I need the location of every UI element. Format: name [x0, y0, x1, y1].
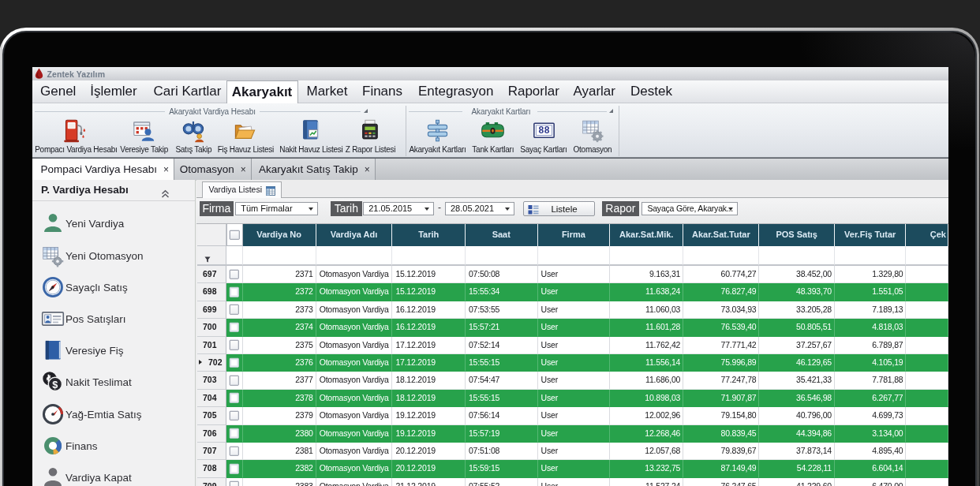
svg-text:88: 88: [538, 125, 550, 136]
svg-text:$: $: [52, 379, 58, 391]
